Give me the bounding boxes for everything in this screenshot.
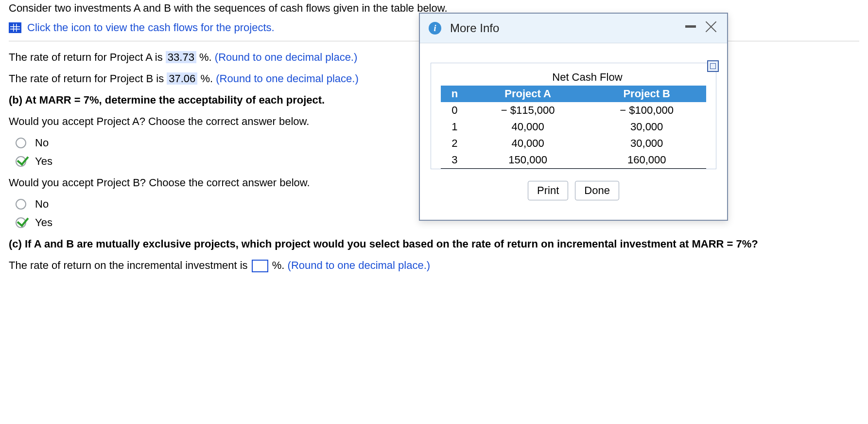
cell-b: − $100,000: [587, 102, 706, 119]
table-row: 1 40,000 30,000: [441, 119, 706, 135]
round-hint-a: (Round to one decimal place.): [215, 51, 358, 63]
cell-b: 30,000: [587, 135, 706, 152]
modal-title: More Info: [450, 21, 499, 35]
table-row: 0 − $115,000 − $100,000: [441, 102, 706, 119]
radio-label-no: No: [35, 198, 49, 211]
cell-n: 0: [441, 102, 469, 119]
part-c-text: (c) If A and B are mutually exclusive pr…: [9, 238, 859, 250]
cell-n: 1: [441, 119, 469, 135]
ror-b-prefix: The rate of return for Project B is: [9, 72, 167, 85]
cell-b: 160,000: [587, 152, 706, 169]
radio-icon: [16, 138, 26, 148]
radio-label-yes: Yes: [35, 216, 52, 229]
cell-a: 40,000: [469, 135, 588, 152]
expand-table-icon[interactable]: [707, 60, 719, 72]
table-icon: [9, 22, 21, 33]
table-row: 3 150,000 160,000: [441, 152, 706, 169]
cell-n: 2: [441, 135, 469, 152]
th-project-b: Project B: [587, 86, 706, 102]
radio-icon: [16, 199, 26, 210]
cell-b: 30,000: [587, 119, 706, 135]
minimize-icon[interactable]: [685, 25, 696, 28]
modal-buttons: Print Done: [431, 169, 716, 209]
ror-b-value: 37.06: [167, 72, 197, 85]
radio-label-no: No: [35, 137, 49, 149]
cell-a: − $115,000: [469, 102, 588, 119]
cashflow-table: Net Cash Flow n Project A Project B 0 − …: [441, 69, 706, 169]
close-icon[interactable]: [704, 19, 718, 34]
table-row: 2 40,000 30,000: [441, 135, 706, 152]
ror-a-value: 33.73: [166, 51, 196, 63]
table-super-header: Net Cash Flow: [469, 69, 706, 86]
table-container: Net Cash Flow n Project A Project B 0 − …: [431, 63, 716, 169]
th-n: n: [441, 86, 469, 102]
part-b-label: (b) At MARR = 7%, determine the acceptab…: [9, 94, 325, 106]
radio-icon-checked: [16, 156, 26, 167]
cell-a: 40,000: [469, 119, 588, 135]
more-info-modal: i More Info Net Cash Flow n Project A Pr…: [419, 13, 728, 221]
ror-a-prefix: The rate of return for Project A is: [9, 51, 166, 63]
modal-body: Net Cash Flow n Project A Project B 0 − …: [420, 43, 727, 220]
cell-n: 3: [441, 152, 469, 169]
round-hint-b: (Round to one decimal place.): [216, 72, 359, 85]
ror-a-suffix: %.: [199, 51, 215, 63]
incr-prefix: The rate of return on the incremental in…: [9, 259, 251, 271]
done-button[interactable]: Done: [575, 181, 619, 200]
cashflow-link-text: Click the icon to view the cash flows fo…: [27, 21, 275, 34]
incr-suffix: %.: [272, 259, 288, 271]
incr-input[interactable]: [252, 260, 268, 272]
round-hint-c: (Round to one decimal place.): [288, 259, 431, 271]
radio-icon-checked: [16, 217, 26, 228]
radio-label-yes: Yes: [35, 155, 52, 168]
modal-header: i More Info: [420, 14, 727, 43]
print-button[interactable]: Print: [528, 181, 568, 200]
cell-a: 150,000: [469, 152, 588, 169]
part-c-label: (c) If A and B are mutually exclusive pr…: [9, 238, 758, 250]
th-project-a: Project A: [469, 86, 588, 102]
ror-b-suffix: %.: [200, 72, 216, 85]
info-icon: i: [429, 22, 441, 35]
incremental-line: The rate of return on the incremental in…: [9, 259, 859, 272]
